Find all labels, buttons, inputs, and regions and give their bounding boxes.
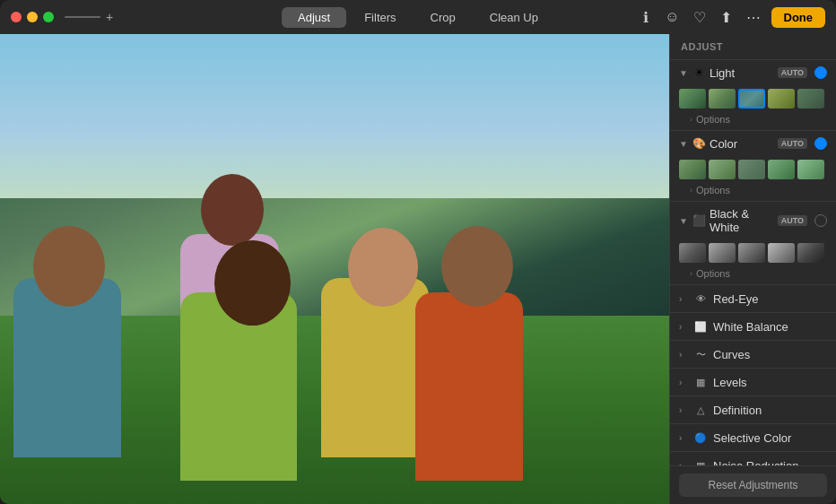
light-section-icon: ☀ <box>692 65 706 80</box>
share-icon[interactable]: ⬆ <box>718 8 736 26</box>
traffic-lights <box>11 12 54 22</box>
right-panel: ADJUST ▼ ☀ Light AUTO <box>669 34 836 504</box>
bw-section: ▼ ⬛ Black & White AUTO › Options <box>670 202 836 285</box>
bw-section-icon: ⬛ <box>692 213 706 228</box>
white-balance-icon: ⬜ <box>693 319 708 334</box>
light-options-label: Options <box>696 114 730 125</box>
bw-section-title: Black & White <box>710 207 774 234</box>
bw-auto-badge[interactable]: AUTO <box>778 215 807 226</box>
selective-color-item[interactable]: › 🔵 Selective Color <box>670 424 836 452</box>
close-button[interactable] <box>11 12 22 22</box>
options-chevron-icon: › <box>690 115 692 124</box>
noise-reduction-icon: ▦ <box>693 458 708 465</box>
zoom-slider: + <box>65 10 113 24</box>
color-section-icon: 🎨 <box>692 136 706 151</box>
bw-toggle[interactable] <box>814 214 827 227</box>
selective-color-icon: 🔵 <box>693 430 708 445</box>
bw-thumb-1[interactable] <box>679 243 706 263</box>
bw-thumb-4[interactable] <box>768 243 795 263</box>
selective-color-title: Selective Color <box>713 431 791 445</box>
light-section-title: Light <box>710 66 774 80</box>
tab-crop[interactable]: Crop <box>414 7 472 28</box>
color-options-chevron-icon: › <box>690 186 692 195</box>
main-content: ADJUST ▼ ☀ Light AUTO <box>0 34 836 504</box>
photo-background <box>0 34 669 504</box>
red-eye-chevron-icon: › <box>679 294 688 304</box>
curves-item[interactable]: › 〜 Curves <box>670 341 836 369</box>
color-section: ▼ 🎨 Color AUTO › Options <box>670 131 836 202</box>
tab-filters[interactable]: Filters <box>348 7 412 28</box>
color-thumb-5[interactable] <box>797 160 824 179</box>
red-eye-icon: 👁 <box>693 291 708 306</box>
bw-section-header[interactable]: ▼ ⬛ Black & White AUTO <box>670 202 836 239</box>
white-balance-chevron-icon: › <box>679 322 688 332</box>
info-icon[interactable]: ℹ <box>637 8 655 26</box>
reset-adjustments-button[interactable]: Reset Adjustments <box>679 474 827 497</box>
bw-thumb-5[interactable] <box>797 243 824 263</box>
definition-chevron-icon: › <box>679 405 688 415</box>
levels-item[interactable]: › ▦ Levels <box>670 369 836 396</box>
noise-reduction-item[interactable]: › ▦ Noise Reduction <box>670 452 836 465</box>
light-section: ▼ ☀ Light AUTO › Options <box>670 60 836 131</box>
heart-icon[interactable]: ♡ <box>691 8 709 26</box>
color-chevron-icon: ▼ <box>679 139 688 149</box>
bw-thumb-3[interactable] <box>738 243 765 263</box>
more-icon[interactable]: ⋯ <box>745 8 762 26</box>
color-section-header[interactable]: ▼ 🎨 Color AUTO <box>670 131 836 156</box>
light-auto-badge[interactable]: AUTO <box>778 67 807 78</box>
maximize-button[interactable] <box>43 12 54 22</box>
color-toggle[interactable] <box>814 137 827 150</box>
titlebar: + Adjust Filters Crop Clean Up ℹ ☺ ♡ ⬆ ⋯… <box>0 0 836 34</box>
tab-adjust[interactable]: Adjust <box>282 7 346 28</box>
color-thumbnails <box>670 156 836 183</box>
titlebar-right: ℹ ☺ ♡ ⬆ ⋯ Done <box>637 7 826 28</box>
white-balance-title: White Balance <box>713 320 788 334</box>
bw-thumb-2[interactable] <box>709 243 736 263</box>
done-button[interactable]: Done <box>771 7 826 28</box>
definition-item[interactable]: › △ Definition <box>670 396 836 424</box>
bw-options-label: Options <box>696 268 730 279</box>
color-auto-badge[interactable]: AUTO <box>778 138 807 149</box>
light-thumbnails <box>670 85 836 112</box>
panel-header: ADJUST <box>670 34 836 60</box>
tab-cleanup[interactable]: Clean Up <box>474 7 554 28</box>
light-thumb-3[interactable] <box>738 89 765 109</box>
red-eye-title: Red-Eye <box>713 292 759 306</box>
zoom-line <box>65 16 100 18</box>
panel-content: ▼ ☀ Light AUTO › Options <box>670 60 836 465</box>
bw-options[interactable]: › Options <box>670 266 836 284</box>
light-thumb-2[interactable] <box>709 89 736 109</box>
color-thumb-1[interactable] <box>679 160 706 179</box>
photo-area <box>0 34 669 504</box>
emoji-icon[interactable]: ☺ <box>664 8 682 26</box>
light-thumb-1[interactable] <box>679 89 706 109</box>
white-balance-item[interactable]: › ⬜ White Balance <box>670 313 836 341</box>
noise-reduction-title: Noise Reduction <box>713 459 798 466</box>
reset-btn-container: Reset Adjustments <box>670 465 836 504</box>
bw-thumbnails <box>670 239 836 266</box>
curves-chevron-icon: › <box>679 350 688 360</box>
color-thumb-4[interactable] <box>768 160 795 179</box>
levels-chevron-icon: › <box>679 378 688 387</box>
levels-title: Levels <box>713 376 747 389</box>
red-eye-item[interactable]: › 👁 Red-Eye <box>670 285 836 313</box>
curves-title: Curves <box>713 348 750 361</box>
light-thumb-5[interactable] <box>797 89 824 109</box>
color-section-title: Color <box>710 137 774 151</box>
color-options[interactable]: › Options <box>670 183 836 201</box>
light-thumb-4[interactable] <box>768 89 795 109</box>
light-chevron-icon: ▼ <box>679 68 688 78</box>
light-options[interactable]: › Options <box>670 112 836 130</box>
color-thumb-2[interactable] <box>709 160 736 179</box>
bw-options-chevron-icon: › <box>690 269 692 278</box>
curves-icon: 〜 <box>693 347 708 361</box>
color-options-label: Options <box>696 185 730 196</box>
light-toggle[interactable] <box>814 66 827 79</box>
nav-tabs: Adjust Filters Crop Clean Up <box>282 7 554 28</box>
color-thumb-3[interactable] <box>738 160 765 179</box>
minimize-button[interactable] <box>27 12 38 22</box>
light-section-header[interactable]: ▼ ☀ Light AUTO <box>670 60 836 85</box>
definition-icon: △ <box>693 403 708 417</box>
bw-chevron-icon: ▼ <box>679 216 688 226</box>
levels-icon: ▦ <box>693 375 708 389</box>
